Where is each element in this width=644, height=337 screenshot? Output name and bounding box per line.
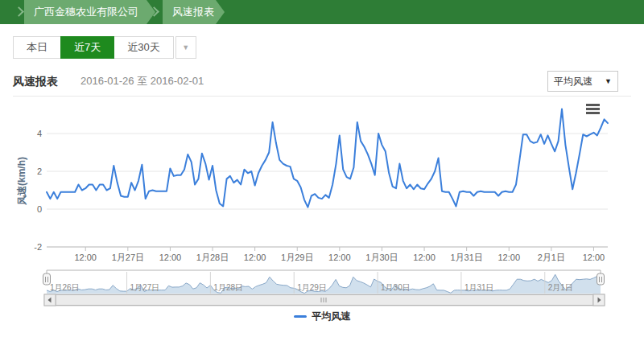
report-header: 风速报表 2016-01-26 至 2016-02-01 平均风速 ▼ [13,71,618,92]
page-title: 风速报表 [13,71,58,92]
x-tick-label: 1月30日 [365,253,398,262]
range-dropdown-button[interactable]: ▼ [175,36,196,59]
chevron-down-icon: ▼ [605,77,612,85]
navigator-day-label: 1月28日 [213,283,243,292]
breadcrumb-item-report[interactable]: 风速报表 [163,0,216,24]
x-tick-label: 12:00 [74,253,97,262]
navigator-day-label: 2月1日 [548,283,573,292]
y-tick-label: 0 [37,204,42,214]
wind-speed-report-page: 广西金穗农业有限公司 风速报表 本日 近7天 近30天 ▼ 风速报表 2016-… [0,0,644,337]
navigator-handle-right[interactable] [597,273,605,285]
chart-menu-icon[interactable] [586,104,600,114]
x-tick-label: 1月31日 [450,253,482,262]
tab-last-7-days[interactable]: 近7天 [60,36,114,59]
y-axis-title: 风速(km/h) [16,157,27,206]
chart-legend[interactable]: 平均风速 [0,309,644,323]
navigator-day-label: 1月31日 [464,283,494,292]
wind-speed-chart: 420-2风速(km/h)12:001月27日12:001月28日12:001月… [0,101,644,310]
x-tick-label: 1月27日 [112,253,144,262]
tab-last-30-days[interactable]: 近30天 [114,36,173,59]
chevron-right-icon [14,6,24,17]
legend-line-swatch [294,315,307,318]
x-tick-label: 1月28日 [196,253,229,262]
navigator: 1月26日1月27日1月28日1月29日1月30日1月31日2月1日 [43,270,605,294]
navigator-day-label: 1月29日 [297,283,327,292]
navigator-day-label: 1月26日 [50,283,80,292]
chevron-down-icon: ▼ [182,43,189,51]
x-tick-label: 12:00 [159,253,182,262]
breadcrumb: 广西金穗农业有限公司 风速报表 [0,0,644,24]
x-tick-label: 12:00 [583,253,605,262]
x-tick-label: 2月1日 [538,253,565,262]
x-tick-label: 12:00 [497,253,520,262]
range-tabs: 本日 近7天 近30天 ▼ [13,36,196,59]
date-range-text: 2016-01-26 至 2016-02-01 [80,71,204,92]
scrollbar-thumb[interactable] [56,295,593,306]
y-tick-label: 4 [37,129,42,138]
y-tick-label: 2 [37,166,42,176]
x-axis: 12:001月27日12:001月28日12:001月29日12:001月30日… [47,247,608,262]
x-tick-label: 12:00 [328,253,351,262]
breadcrumb-item-company[interactable]: 广西金穗农业有限公司 [24,0,147,24]
tab-today[interactable]: 本日 [13,36,61,59]
navigator-day-label: 1月27日 [130,283,160,292]
metric-select-value: 平均风速 [554,75,592,88]
x-tick-label: 12:00 [413,253,436,262]
metric-select[interactable]: 平均风速 ▼ [547,71,618,92]
x-tick-label: 1月29日 [281,253,313,262]
x-tick-label: 12:00 [244,253,266,262]
section-divider [13,96,631,97]
wind-speed-line [47,109,608,208]
chart-svg: 420-2风速(km/h)12:001月27日12:001月28日12:001月… [0,101,644,310]
legend-label: 平均风速 [312,310,351,323]
y-tick-label: -2 [34,242,42,252]
navigator-handle-left[interactable] [43,273,51,285]
chart-scrollbar [44,294,605,306]
navigator-day-label: 1月30日 [381,283,411,292]
